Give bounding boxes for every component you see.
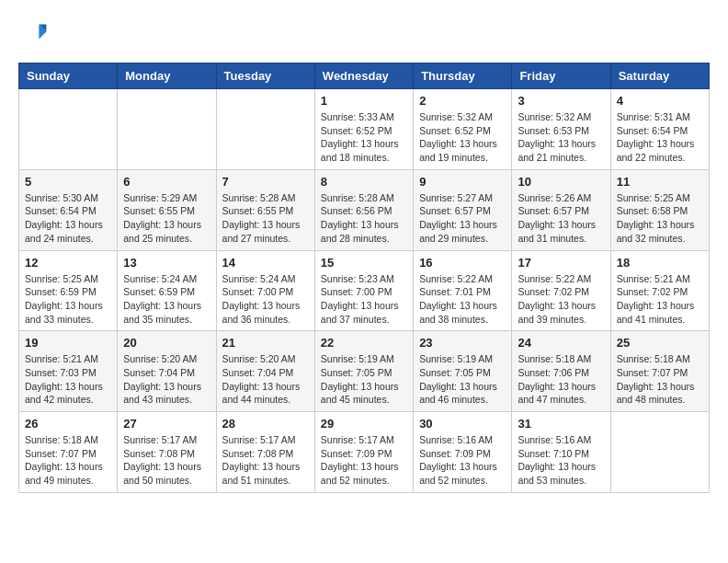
day-info: Sunrise: 5:21 AM Sunset: 7:02 PM Dayligh… — [617, 272, 703, 327]
day-info: Sunrise: 5:24 AM Sunset: 7:00 PM Dayligh… — [222, 272, 309, 327]
day-info: Sunrise: 5:20 AM Sunset: 7:04 PM Dayligh… — [123, 352, 210, 407]
day-info: Sunrise: 5:32 AM Sunset: 6:52 PM Dayligh… — [419, 110, 506, 165]
day-number: 24 — [518, 336, 604, 350]
calendar-week-row: 1Sunrise: 5:33 AM Sunset: 6:52 PM Daylig… — [19, 89, 710, 170]
calendar-day-13: 13Sunrise: 5:24 AM Sunset: 6:59 PM Dayli… — [118, 250, 216, 331]
day-number: 27 — [123, 417, 210, 431]
day-number: 26 — [25, 417, 111, 431]
calendar-day-3: 3Sunrise: 5:32 AM Sunset: 6:53 PM Daylig… — [512, 89, 610, 170]
day-info: Sunrise: 5:30 AM Sunset: 6:54 PM Dayligh… — [25, 191, 111, 246]
calendar-day-10: 10Sunrise: 5:26 AM Sunset: 6:57 PM Dayli… — [512, 169, 610, 250]
calendar-week-row: 12Sunrise: 5:25 AM Sunset: 6:59 PM Dayli… — [19, 250, 710, 331]
calendar-week-row: 5Sunrise: 5:30 AM Sunset: 6:54 PM Daylig… — [19, 169, 710, 250]
calendar-day-8: 8Sunrise: 5:28 AM Sunset: 6:56 PM Daylig… — [314, 169, 413, 250]
day-info: Sunrise: 5:23 AM Sunset: 7:00 PM Dayligh… — [321, 272, 407, 327]
calendar-day-11: 11Sunrise: 5:25 AM Sunset: 6:58 PM Dayli… — [610, 169, 709, 250]
day-info: Sunrise: 5:21 AM Sunset: 7:03 PM Dayligh… — [25, 352, 111, 407]
day-info: Sunrise: 5:31 AM Sunset: 6:54 PM Dayligh… — [617, 110, 703, 165]
day-number: 7 — [222, 175, 309, 189]
empty-day-cell — [610, 412, 709, 493]
calendar-day-25: 25Sunrise: 5:18 AM Sunset: 7:07 PM Dayli… — [610, 331, 709, 412]
calendar-day-21: 21Sunrise: 5:20 AM Sunset: 7:04 PM Dayli… — [216, 331, 314, 412]
day-info: Sunrise: 5:26 AM Sunset: 6:57 PM Dayligh… — [518, 191, 604, 246]
calendar-day-7: 7Sunrise: 5:28 AM Sunset: 6:55 PM Daylig… — [216, 169, 314, 250]
day-info: Sunrise: 5:24 AM Sunset: 6:59 PM Dayligh… — [123, 272, 210, 327]
calendar-table: SundayMondayTuesdayWednesdayThursdayFrid… — [18, 63, 710, 493]
day-info: Sunrise: 5:25 AM Sunset: 6:58 PM Dayligh… — [617, 191, 703, 246]
empty-day-cell — [118, 89, 216, 170]
calendar-day-18: 18Sunrise: 5:21 AM Sunset: 7:02 PM Dayli… — [610, 250, 709, 331]
empty-day-cell — [19, 89, 118, 170]
day-number: 21 — [222, 336, 309, 350]
day-info: Sunrise: 5:22 AM Sunset: 7:02 PM Dayligh… — [518, 272, 604, 327]
weekday-header-wednesday: Wednesday — [314, 63, 413, 89]
day-info: Sunrise: 5:33 AM Sunset: 6:52 PM Dayligh… — [321, 110, 407, 165]
weekday-header-thursday: Thursday — [414, 63, 512, 89]
day-info: Sunrise: 5:20 AM Sunset: 7:04 PM Dayligh… — [222, 352, 309, 407]
day-number: 28 — [222, 417, 309, 431]
day-number: 22 — [321, 336, 407, 350]
calendar-day-26: 26Sunrise: 5:18 AM Sunset: 7:07 PM Dayli… — [19, 412, 118, 493]
day-number: 23 — [419, 336, 506, 350]
day-number: 4 — [617, 94, 703, 108]
day-number: 9 — [419, 175, 506, 189]
day-info: Sunrise: 5:17 AM Sunset: 7:08 PM Dayligh… — [222, 433, 309, 488]
day-info: Sunrise: 5:18 AM Sunset: 7:07 PM Dayligh… — [617, 352, 703, 407]
calendar-day-17: 17Sunrise: 5:22 AM Sunset: 7:02 PM Dayli… — [512, 250, 610, 331]
day-number: 12 — [25, 256, 111, 270]
day-number: 17 — [518, 256, 604, 270]
weekday-header-sunday: Sunday — [19, 63, 118, 89]
empty-day-cell — [216, 89, 314, 170]
day-number: 1 — [321, 94, 407, 108]
day-info: Sunrise: 5:18 AM Sunset: 7:07 PM Dayligh… — [25, 433, 111, 488]
calendar-week-row: 26Sunrise: 5:18 AM Sunset: 7:07 PM Dayli… — [19, 412, 710, 493]
calendar-day-5: 5Sunrise: 5:30 AM Sunset: 6:54 PM Daylig… — [19, 169, 118, 250]
calendar-day-1: 1Sunrise: 5:33 AM Sunset: 6:52 PM Daylig… — [314, 89, 413, 170]
day-number: 31 — [518, 417, 604, 431]
day-info: Sunrise: 5:16 AM Sunset: 7:10 PM Dayligh… — [518, 433, 604, 488]
day-number: 29 — [321, 417, 407, 431]
day-number: 10 — [518, 175, 604, 189]
calendar-week-row: 19Sunrise: 5:21 AM Sunset: 7:03 PM Dayli… — [19, 331, 710, 412]
calendar-day-9: 9Sunrise: 5:27 AM Sunset: 6:57 PM Daylig… — [414, 169, 512, 250]
day-number: 15 — [321, 256, 407, 270]
day-info: Sunrise: 5:27 AM Sunset: 6:57 PM Dayligh… — [419, 191, 506, 246]
day-number: 19 — [25, 336, 111, 350]
day-info: Sunrise: 5:19 AM Sunset: 7:05 PM Dayligh… — [321, 352, 407, 407]
calendar-day-19: 19Sunrise: 5:21 AM Sunset: 7:03 PM Dayli… — [19, 331, 118, 412]
day-number: 11 — [617, 175, 703, 189]
calendar-day-27: 27Sunrise: 5:17 AM Sunset: 7:08 PM Dayli… — [118, 412, 216, 493]
day-number: 3 — [518, 94, 604, 108]
day-number: 6 — [123, 175, 210, 189]
calendar-day-6: 6Sunrise: 5:29 AM Sunset: 6:55 PM Daylig… — [118, 169, 216, 250]
calendar-day-23: 23Sunrise: 5:19 AM Sunset: 7:05 PM Dayli… — [414, 331, 512, 412]
day-number: 13 — [123, 256, 210, 270]
calendar-day-14: 14Sunrise: 5:24 AM Sunset: 7:00 PM Dayli… — [216, 250, 314, 331]
calendar-day-29: 29Sunrise: 5:17 AM Sunset: 7:09 PM Dayli… — [314, 412, 413, 493]
calendar-day-30: 30Sunrise: 5:16 AM Sunset: 7:09 PM Dayli… — [414, 412, 512, 493]
calendar-day-16: 16Sunrise: 5:22 AM Sunset: 7:01 PM Dayli… — [414, 250, 512, 331]
page-header — [18, 18, 710, 48]
calendar-day-4: 4Sunrise: 5:31 AM Sunset: 6:54 PM Daylig… — [610, 89, 709, 170]
day-info: Sunrise: 5:17 AM Sunset: 7:08 PM Dayligh… — [123, 433, 210, 488]
day-info: Sunrise: 5:19 AM Sunset: 7:05 PM Dayligh… — [419, 352, 506, 407]
weekday-header-saturday: Saturday — [610, 63, 709, 89]
day-info: Sunrise: 5:28 AM Sunset: 6:55 PM Dayligh… — [222, 191, 309, 246]
day-number: 25 — [617, 336, 703, 350]
calendar-day-2: 2Sunrise: 5:32 AM Sunset: 6:52 PM Daylig… — [414, 89, 512, 170]
day-info: Sunrise: 5:17 AM Sunset: 7:09 PM Dayligh… — [321, 433, 407, 488]
day-info: Sunrise: 5:18 AM Sunset: 7:06 PM Dayligh… — [518, 352, 604, 407]
weekday-header-tuesday: Tuesday — [216, 63, 314, 89]
day-number: 14 — [222, 256, 309, 270]
logo-icon — [18, 18, 48, 48]
day-info: Sunrise: 5:28 AM Sunset: 6:56 PM Dayligh… — [321, 191, 407, 246]
day-number: 20 — [123, 336, 210, 350]
calendar-day-20: 20Sunrise: 5:20 AM Sunset: 7:04 PM Dayli… — [118, 331, 216, 412]
day-number: 5 — [25, 175, 111, 189]
day-number: 30 — [419, 417, 506, 431]
day-info: Sunrise: 5:16 AM Sunset: 7:09 PM Dayligh… — [419, 433, 506, 488]
calendar-day-15: 15Sunrise: 5:23 AM Sunset: 7:00 PM Dayli… — [314, 250, 413, 331]
day-number: 8 — [321, 175, 407, 189]
day-number: 2 — [419, 94, 506, 108]
day-info: Sunrise: 5:22 AM Sunset: 7:01 PM Dayligh… — [419, 272, 506, 327]
